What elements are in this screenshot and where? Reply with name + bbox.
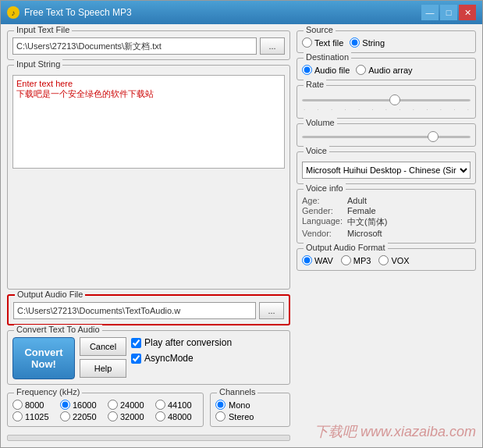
cancel-button[interactable]: Cancel [80,337,126,356]
audio-file-radio[interactable] [302,65,312,75]
audio-array-radio[interactable] [356,65,366,75]
play-after-label: Play after conversion [144,337,232,348]
convert-now-button[interactable]: Convert Now! [12,337,75,379]
freq-22050: 22050 [60,411,103,421]
async-mode-checkbox[interactable] [131,354,141,364]
frequency-rows: 8000 16000 24000 [12,400,198,421]
age-value: Adult [347,196,471,205]
language-label: Language: [302,216,343,228]
convert-group-label: Convert Text To Audio [14,325,102,334]
cancel-help-col: Cancel Help [80,337,126,378]
wav-format: WAV [302,255,333,265]
left-panel: Input Text File ... Input String Enter t… [7,30,290,441]
string-radio[interactable] [350,37,360,48]
close-button[interactable]: ✕ [459,5,476,20]
freq-8000-radio[interactable] [12,400,23,410]
freq-11025-radio[interactable] [12,411,23,421]
maximize-button[interactable]: □ [440,5,457,20]
mp3-format: MP3 [341,255,371,265]
audio-file-dest: Audio file [302,65,350,75]
voice-content: Microsoft Huihui Desktop - Chinese (Sir … [302,158,471,179]
freq-48000-label: 48000 [168,412,192,421]
stereo-label: Stereo [229,412,254,421]
freq-row-1: 8000 16000 24000 [12,400,198,410]
volume-slider-container [302,132,471,141]
audio-array-label: Audio array [368,66,412,75]
freq-44100-label: 44100 [168,400,192,410]
vox-format: VOX [378,255,409,265]
mono-radio[interactable] [215,400,226,410]
rate-slider-container: · · · · · · · · · · · · · [302,94,471,113]
voice-select[interactable]: Microsoft Huihui Desktop - Chinese (Sir … [302,162,471,179]
wav-radio[interactable] [302,255,312,265]
freq-8000-label: 8000 [25,400,44,410]
string-label: String [362,38,385,48]
input-string-group: Input String Enter text here 下载吧是一个安全绿色的… [7,65,290,290]
text-file-radio[interactable] [302,37,312,48]
freq-44100: 44100 [155,400,198,410]
freq-16000-radio[interactable] [60,400,70,410]
play-after-checkbox[interactable] [131,338,141,348]
output-audio-file-browse[interactable]: ... [259,302,284,319]
mp3-radio[interactable] [341,255,351,265]
stereo-radio[interactable] [215,411,226,421]
wav-label: WAV [314,256,333,265]
freq-24000-radio[interactable] [108,400,118,410]
rate-dots [302,94,471,106]
volume-group: Volume [297,123,476,147]
channels-group: Channels Mono Stereo [210,393,290,427]
input-text-file-group: Input Text File ... [7,30,290,60]
minimize-button[interactable]: — [421,5,439,20]
age-label: Age: [302,196,343,205]
source-group: Source Text file String [297,30,476,53]
channels-label: Channels [217,387,257,396]
freq-24000: 24000 [108,400,151,410]
output-format-label: Output Audio Format [304,243,388,252]
convert-buttons-row: Convert Now! Cancel Help Play after conv… [12,337,285,379]
freq-11025: 11025 [12,411,55,421]
vox-radio[interactable] [378,255,389,265]
string-source: String [350,37,385,48]
freq-22050-radio[interactable] [60,411,70,421]
freq-48000-radio[interactable] [155,411,165,421]
freq-32000: 32000 [108,411,151,421]
convert-group: Convert Text To Audio Convert Now! Cance… [7,330,290,385]
destination-row: Audio file Audio array [302,65,471,75]
output-audio-file-group: Output Audio File ... [7,294,290,325]
voice-info-grid: Age: Adult Gender: Female Language: 中文(简… [302,196,471,238]
rate-track [302,95,471,105]
vendor-value: Microsoft [347,229,471,238]
output-format-group: Output Audio Format WAV MP3 VOX [297,248,476,271]
freq-32000-radio[interactable] [108,411,118,421]
freq-22050-label: 22050 [73,412,97,421]
input-string-textarea[interactable]: Enter text here 下载吧是一个安全绿色的软件下载站 [12,75,285,169]
bottom-scrollbar[interactable] [7,435,290,441]
help-button[interactable]: Help [80,359,126,378]
volume-label: Volume [304,118,337,127]
app-icon: ♪ [7,6,20,19]
freq-24000-label: 24000 [120,400,144,410]
output-format-row: WAV MP3 VOX [302,255,471,265]
async-mode-row: AsyncMode [131,353,232,364]
input-text-file-path[interactable] [12,37,257,55]
audio-array-dest: Audio array [356,65,412,75]
title-bar: ♪ Free Text To Speech MP3 — □ ✕ [1,1,482,24]
play-after-row: Play after conversion [131,337,232,348]
mono-row: Mono [215,400,285,410]
async-mode-label: AsyncMode [144,353,194,364]
freq-16000-label: 16000 [73,400,97,410]
freq-44100-radio[interactable] [155,400,165,410]
voice-info-label: Voice info [304,183,346,193]
window-title: Free Text To Speech MP3 [24,7,421,18]
freq-32000-label: 32000 [120,412,144,421]
output-audio-file-content: ... [13,302,284,319]
destination-group: Destination Audio file Audio array [297,58,476,80]
input-string-content: Enter text here 下载吧是一个安全绿色的软件下载站 [12,72,285,171]
output-audio-file-path[interactable] [13,302,256,319]
destination-label: Destination [304,52,351,62]
rate-label: Rate [304,80,326,89]
input-text-file-browse[interactable]: ... [260,37,285,55]
input-text-file-label: Input Text File [14,25,72,34]
right-panel: Source Text file String Destination [297,30,476,441]
voice-group: Voice Microsoft Huihui Desktop - Chinese… [297,151,476,184]
